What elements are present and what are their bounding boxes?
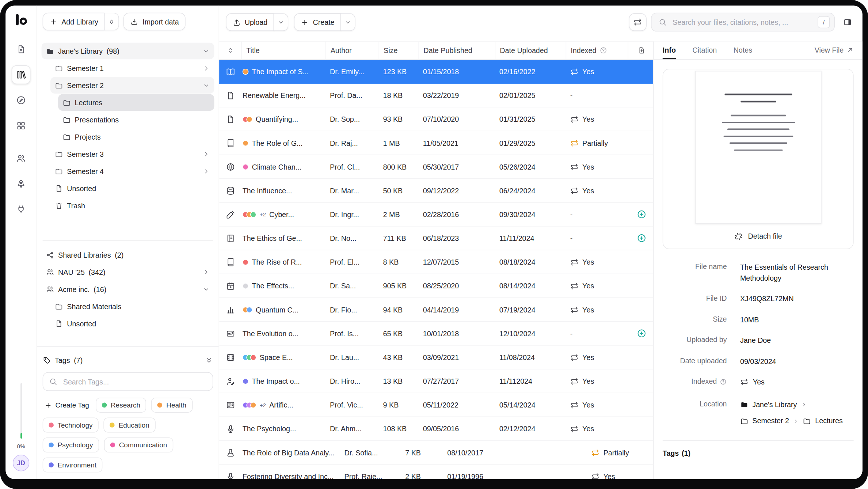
toggle-panel-button[interactable] <box>839 13 856 31</box>
add-to-library-button[interactable] <box>637 233 647 243</box>
column-header-date-uploaded[interactable]: Date Uploaded <box>495 42 566 59</box>
sidebar-item-label: Projects <box>75 133 101 141</box>
sidebar-item-unsorted[interactable]: Unsorted <box>50 315 214 331</box>
add-library-button[interactable]: Add Library <box>43 13 105 30</box>
sidebar-item-semester-2[interactable]: Semester 2 <box>50 77 214 94</box>
tab-info[interactable]: Info <box>663 42 676 59</box>
file-author: Dr. Mar... <box>326 179 378 202</box>
chevron-right-icon[interactable] <box>203 167 210 175</box>
rail-library-button[interactable] <box>12 65 31 84</box>
table-row[interactable]: +2Artific... Prof. Vic... 9 KB 05/11/202… <box>219 393 653 417</box>
table-row[interactable]: The Influence... Dr. Mar... 50 KB 09/12/… <box>219 179 653 202</box>
table-row[interactable]: Renewable Energ... Prof. Da... 18 KB 03/… <box>219 84 653 107</box>
rail-rocket-button[interactable] <box>12 174 31 193</box>
chevron-down-icon[interactable] <box>203 285 210 293</box>
tag-chip-communication[interactable]: Communication <box>104 437 173 452</box>
breadcrumb-folders[interactable]: Semester 2Lectures <box>740 416 854 427</box>
column-header-author[interactable]: Author <box>326 42 378 59</box>
table-row[interactable]: The Impact of S... Dr. Emily... 123 KB 0… <box>219 60 653 84</box>
table-row[interactable]: Quantum C... Dr. Fio... 94 KB 04/14/2019… <box>219 298 653 322</box>
table-row[interactable]: The Psycholog... Dr. Ahm... 108 KB 09/05… <box>219 417 653 441</box>
sidebar-item-projects[interactable]: Projects <box>58 129 214 145</box>
table-row[interactable]: The Rise of R... Prof. El... 8 KB 12/07/… <box>219 250 653 274</box>
column-header-indexed[interactable]: Indexed <box>566 42 628 59</box>
tag-chip-psychology[interactable]: Psychology <box>43 437 99 452</box>
tab-notes[interactable]: Notes <box>734 42 752 59</box>
sort-column-button[interactable] <box>219 42 241 59</box>
table-row[interactable]: Fostering Diversity and Inc... Prof. Raj… <box>219 465 653 479</box>
sidebar-item-semester-3[interactable]: Semester 3 <box>50 146 214 162</box>
sidebar-item-jane-s-library[interactable]: Jane's Library(98) <box>42 43 214 59</box>
sync-button[interactable] <box>629 13 646 31</box>
tags-search-input[interactable] <box>62 377 207 386</box>
column-header-date-published[interactable]: Date Published <box>419 42 495 59</box>
tab-view-file[interactable]: View File <box>815 42 854 59</box>
library-tree: Jane's Library(98)Semester 1Semester 2Le… <box>37 38 219 346</box>
rail-annotate-button[interactable] <box>12 91 31 110</box>
field-label: Location <box>663 399 727 426</box>
sidebar-item-semester-4[interactable]: Semester 4 <box>50 163 214 179</box>
sidebar-item-shared-materials[interactable]: Shared Materials <box>50 298 214 314</box>
sidebar-item-trash[interactable]: Trash <box>50 197 214 213</box>
sidebar-item-unsorted[interactable]: Unsorted <box>50 180 214 196</box>
create-tag-button[interactable]: Create Tag <box>43 398 91 413</box>
collapse-tags-icon[interactable] <box>205 356 213 364</box>
indexed-value: Yes <box>582 282 594 290</box>
sidebar-item-semester-1[interactable]: Semester 1 <box>50 60 214 76</box>
tab-citation[interactable]: Citation <box>692 42 717 59</box>
sidebar-item-lectures[interactable]: Lectures <box>58 94 214 111</box>
chevron-right-icon[interactable] <box>203 268 210 276</box>
tag-chip-health[interactable]: Health <box>151 398 192 413</box>
chevron-right-icon[interactable] <box>203 65 210 72</box>
tag-chip-technology[interactable]: Technology <box>43 418 99 433</box>
add-to-library-button[interactable] <box>637 209 647 219</box>
upload-caret-button[interactable] <box>274 13 288 31</box>
chevron-down-icon[interactable] <box>203 48 210 55</box>
folder-icon <box>62 98 71 107</box>
rail-documents-button[interactable] <box>12 40 31 59</box>
tag-chip-research[interactable]: Research <box>96 398 146 413</box>
file-size: 1 MB <box>378 131 418 155</box>
chevron-right-icon[interactable] <box>203 150 210 158</box>
sidebar-item-presentations[interactable]: Presentations <box>58 111 214 128</box>
rail-people-button[interactable] <box>12 149 31 168</box>
create-button[interactable]: Create <box>294 13 341 31</box>
upload-button[interactable]: Upload <box>226 13 274 31</box>
sidebar-item-nau-25[interactable]: NAU '25(342) <box>42 264 214 280</box>
rail-plugins-button[interactable] <box>12 200 31 219</box>
rail-apps-button[interactable] <box>12 116 31 135</box>
table-row[interactable]: Climate Chan... Prof. Cl... 800 KB 05/30… <box>219 155 653 179</box>
column-header-size[interactable]: Size <box>378 42 418 59</box>
sidebar-item-label: Shared Libraries <box>58 251 111 259</box>
tag-chip-education[interactable]: Education <box>104 418 156 433</box>
sidebar-item-shared-libraries[interactable]: Shared Libraries(2) <box>42 246 214 263</box>
tag-chip-environment[interactable]: Environment <box>43 458 103 473</box>
details-tags-section[interactable]: Tags (1) <box>663 440 854 466</box>
breadcrumb-library[interactable]: Jane's Library <box>740 399 854 410</box>
global-search-input[interactable] <box>671 18 813 27</box>
table-row[interactable]: The Evolution o... Prof. Is... 65 KB 10/… <box>219 322 653 345</box>
table-row[interactable]: The Effects... Dr. Sa... 905 KB 08/25/20… <box>219 274 653 298</box>
chevron-down-icon[interactable] <box>203 82 210 89</box>
create-caret-button[interactable] <box>341 13 355 31</box>
table-row[interactable]: Space E... Dr. Lau... 43 KB 03/09/2021 1… <box>219 346 653 369</box>
user-avatar[interactable]: JD <box>13 455 29 471</box>
import-data-button[interactable]: Import data <box>124 13 186 30</box>
add-to-library-button[interactable] <box>637 329 647 338</box>
field-value: XJ49Q8ZL72MN <box>740 295 794 303</box>
table-row[interactable]: Quantifying... Dr. Sop... 93 KB 07/10/20… <box>219 107 653 131</box>
add-library-caret-button[interactable] <box>105 13 119 30</box>
table-row[interactable]: The Ethics of Ge... Dr. No... 711 KB 06/… <box>219 227 653 250</box>
detach-file-button[interactable]: Detach file <box>734 224 782 249</box>
annotate-icon <box>16 95 26 105</box>
sidebar-item-acme-inc[interactable]: Acme inc.(16) <box>42 281 214 297</box>
tags-header[interactable]: Tags (7) <box>43 352 213 368</box>
export-table-button[interactable] <box>628 42 653 59</box>
column-header-title[interactable]: Title <box>241 42 326 59</box>
app-logo[interactable] <box>14 12 28 29</box>
document-thumbnail[interactable] <box>695 71 821 224</box>
table-row[interactable]: The Impact o... Dr. Hiro... 13 KB 07/27/… <box>219 369 653 393</box>
table-row[interactable]: The Role of Big Data Analy... Dr. Sofia.… <box>219 441 653 465</box>
table-row[interactable]: +2Cyber... Dr. Ingr... 2 MB 02/28/2016 0… <box>219 203 653 227</box>
table-row[interactable]: The Role of G... Dr. Raj... 1 MB 11/05/2… <box>219 131 653 155</box>
